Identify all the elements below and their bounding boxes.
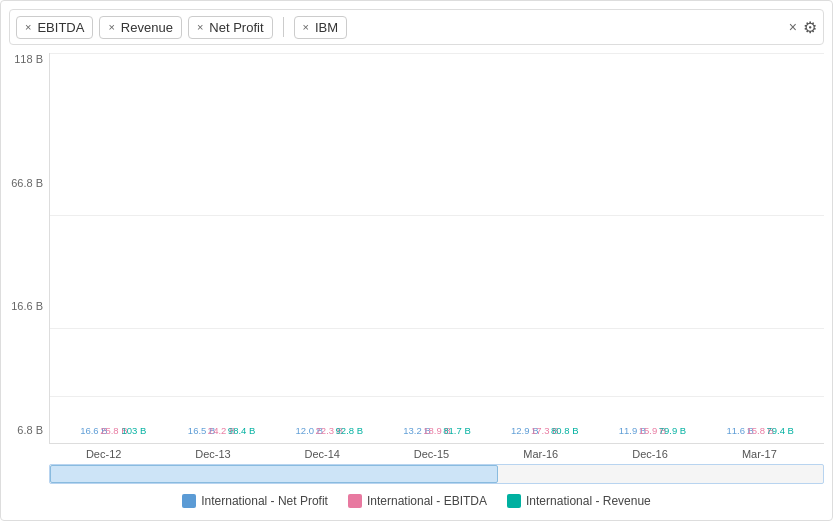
x-axis-label: Mar-16 xyxy=(486,444,595,460)
filter-tag-close-net-profit[interactable]: × xyxy=(197,21,203,33)
grid-line xyxy=(50,396,824,397)
filter-tag-close-revenue[interactable]: × xyxy=(108,21,114,33)
legend-item: International - EBITDA xyxy=(348,494,487,508)
x-axis-label: Dec-15 xyxy=(377,444,486,460)
bar-value-label: 92.8 B xyxy=(336,425,363,436)
y-axis-label: 118 B xyxy=(14,53,43,65)
legend: International - Net ProfitInternational … xyxy=(9,488,824,512)
main-container: ×EBITDA×Revenue×Net Profit×IBM × ⚙ 118 B… xyxy=(0,0,833,521)
chart-wrapper: 118 B66.8 B16.6 B6.8 B 16.6 B25.8 B103 B… xyxy=(9,53,824,460)
filter-tag-close-ibm[interactable]: × xyxy=(303,21,309,33)
legend-label: International - Net Profit xyxy=(201,494,328,508)
filter-bar-right: × ⚙ xyxy=(789,18,817,37)
grid-line xyxy=(50,53,824,54)
filter-tag-label-net-profit: Net Profit xyxy=(209,20,263,35)
y-axis: 118 B66.8 B16.6 B6.8 B xyxy=(9,53,49,460)
x-axis-label: Mar-17 xyxy=(705,444,814,460)
grid-line xyxy=(50,328,824,329)
legend-item: International - Revenue xyxy=(507,494,651,508)
bar-value-label: 79.4 B xyxy=(766,425,793,436)
y-axis-label: 6.8 B xyxy=(17,424,43,436)
x-axis-label: Dec-14 xyxy=(268,444,377,460)
bar-value-label: 79.9 B xyxy=(659,425,686,436)
filter-tag-label-revenue: Revenue xyxy=(121,20,173,35)
legend-item: International - Net Profit xyxy=(182,494,328,508)
chart-area: 118 B66.8 B16.6 B6.8 B 16.6 B25.8 B103 B… xyxy=(9,45,824,512)
grid-line xyxy=(50,215,824,216)
legend-swatch xyxy=(182,494,196,508)
clear-all-button[interactable]: × xyxy=(789,19,797,35)
filter-tag-ebitda[interactable]: ×EBITDA xyxy=(16,16,93,39)
legend-swatch xyxy=(507,494,521,508)
bar-value-label: 80.8 B xyxy=(551,425,578,436)
bars-group-container: 16.6 B25.8 B103 B16.5 B24.2 B98.4 B12.0 … xyxy=(50,53,824,443)
legend-swatch xyxy=(348,494,362,508)
y-axis-label: 16.6 B xyxy=(11,300,43,312)
filter-tag-net-profit[interactable]: ×Net Profit xyxy=(188,16,273,39)
settings-icon[interactable]: ⚙ xyxy=(803,18,817,37)
filter-tag-revenue[interactable]: ×Revenue xyxy=(99,16,181,39)
bar-value-label: 98.4 B xyxy=(228,425,255,436)
scroll-bar[interactable] xyxy=(49,464,824,484)
scroll-thumb[interactable] xyxy=(50,465,498,483)
legend-label: International - EBITDA xyxy=(367,494,487,508)
bars-inner: 16.6 B25.8 B103 B16.5 B24.2 B98.4 B12.0 … xyxy=(49,53,824,444)
bar-value-label: 103 B xyxy=(121,425,146,436)
filter-bar: ×EBITDA×Revenue×Net Profit×IBM × ⚙ xyxy=(9,9,824,45)
x-labels: Dec-12Dec-13Dec-14Dec-15Mar-16Dec-16Mar-… xyxy=(49,444,824,460)
x-axis-label: Dec-16 xyxy=(595,444,704,460)
legend-label: International - Revenue xyxy=(526,494,651,508)
x-axis-label: Dec-13 xyxy=(158,444,267,460)
filter-tag-label-ibm: IBM xyxy=(315,20,338,35)
y-axis-label: 66.8 B xyxy=(11,177,43,189)
bars-area: 16.6 B25.8 B103 B16.5 B24.2 B98.4 B12.0 … xyxy=(49,53,824,460)
filter-tag-close-ebitda[interactable]: × xyxy=(25,21,31,33)
bar-value-label: 81.7 B xyxy=(443,425,470,436)
x-axis-label: Dec-12 xyxy=(49,444,158,460)
filter-separator xyxy=(283,17,284,37)
filter-tag-label-ebitda: EBITDA xyxy=(37,20,84,35)
filter-tag-ibm[interactable]: ×IBM xyxy=(294,16,348,39)
